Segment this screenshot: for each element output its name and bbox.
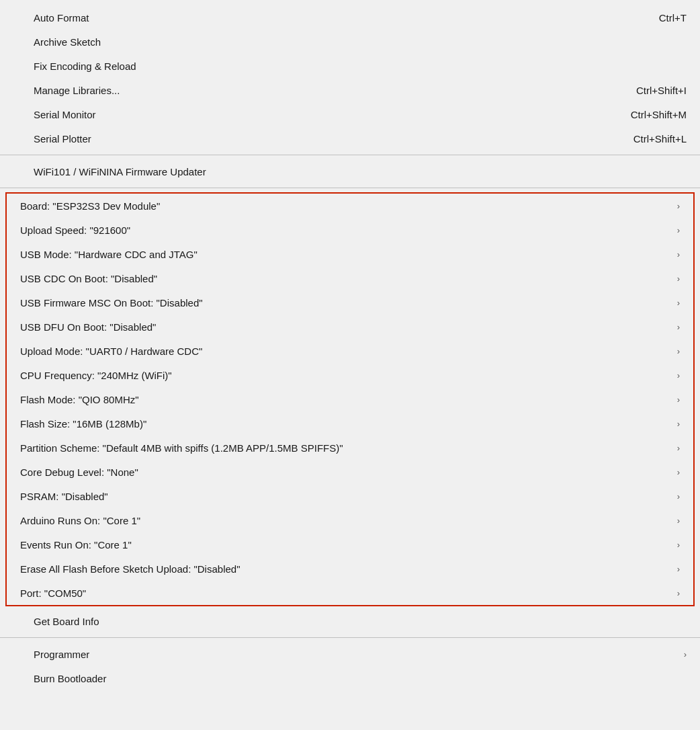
menu-item-arrow-arduino-runs-on: › (677, 516, 680, 526)
menu-item-label-erase-all-flash: Erase All Flash Before Sketch Upload: "D… (20, 563, 670, 575)
menu-item-label-wifi-firmware-updater: WiFi101 / WiFiNINA Firmware Updater (34, 166, 687, 177)
menu-item-arrow-port: › (677, 588, 680, 598)
menu-item-burn-bootloader[interactable]: Burn Bootloader (0, 666, 700, 690)
menu-item-label-usb-cdc-on-boot: USB CDC On Boot: "Disabled" (20, 273, 670, 284)
menu-item-shortcut-serial-plotter: Ctrl+Shift+L (633, 133, 687, 145)
menu-item-label-archive-sketch: Archive Sketch (34, 36, 687, 48)
menu-item-arrow-upload-speed: › (677, 225, 680, 235)
menu-item-label-usb-dfu-on-boot: USB DFU On Boot: "Disabled" (20, 321, 670, 333)
menu-item-get-board-info[interactable]: Get Board Info (0, 609, 700, 633)
menu-item-serial-monitor[interactable]: Serial MonitorCtrl+Shift+M (0, 102, 700, 126)
menu-item-upload-speed[interactable]: Upload Speed: "921600"› (7, 218, 693, 242)
menu-item-shortcut-manage-libraries: Ctrl+Shift+I (636, 85, 687, 96)
menu-item-arrow-events-run-on: › (677, 540, 680, 550)
menu-item-label-upload-speed: Upload Speed: "921600" (20, 225, 670, 236)
menu-item-events-run-on[interactable]: Events Run On: "Core 1"› (7, 532, 693, 557)
menu-item-archive-sketch[interactable]: Archive Sketch (0, 30, 700, 54)
menu-item-label-usb-firmware-msc-on-boot: USB Firmware MSC On Boot: "Disabled" (20, 297, 670, 309)
menu-item-label-board: Board: "ESP32S3 Dev Module" (20, 200, 670, 212)
menu-item-flash-mode[interactable]: Flash Mode: "QIO 80MHz"› (7, 387, 693, 411)
menu-item-core-debug-level[interactable]: Core Debug Level: "None"› (7, 460, 693, 484)
menu-item-label-events-run-on: Events Run On: "Core 1" (20, 539, 670, 551)
menu-item-erase-all-flash[interactable]: Erase All Flash Before Sketch Upload: "D… (7, 557, 693, 581)
divider-2 (0, 188, 700, 188)
menu-item-label-partition-scheme: Partition Scheme: "Default 4MB with spif… (20, 442, 670, 454)
menu-item-arrow-core-debug-level: › (677, 467, 680, 477)
menu-item-serial-plotter[interactable]: Serial PlotterCtrl+Shift+L (0, 126, 700, 151)
menu-item-label-arduino-runs-on: Arduino Runs On: "Core 1" (20, 515, 670, 526)
menu-item-board[interactable]: Board: "ESP32S3 Dev Module"› (7, 194, 693, 218)
menu-item-arrow-flash-size: › (677, 419, 680, 429)
menu-item-label-programmer: Programmer (34, 649, 677, 660)
menu-item-wifi-firmware-updater[interactable]: WiFi101 / WiFiNINA Firmware Updater (0, 159, 700, 184)
menu-item-psram[interactable]: PSRAM: "Disabled"› (7, 484, 693, 508)
menu-item-label-psram: PSRAM: "Disabled" (20, 491, 670, 502)
menu-item-label-get-board-info: Get Board Info (34, 616, 687, 627)
menu-item-arrow-partition-scheme: › (677, 443, 680, 453)
menu-item-manage-libraries[interactable]: Manage Libraries...Ctrl+Shift+I (0, 78, 700, 102)
menu-item-arrow-usb-mode: › (677, 249, 680, 259)
menu-item-flash-size[interactable]: Flash Size: "16MB (128Mb)"› (7, 411, 693, 436)
menu-item-label-upload-mode: Upload Mode: "UART0 / Hardware CDC" (20, 346, 670, 357)
menu-item-arrow-upload-mode: › (677, 346, 680, 356)
menu-item-label-flash-size: Flash Size: "16MB (128Mb)" (20, 418, 670, 430)
menu-item-arrow-cpu-frequency: › (677, 370, 680, 380)
menu-item-port[interactable]: Port: "COM50"› (7, 581, 693, 605)
menu-item-label-core-debug-level: Core Debug Level: "None" (20, 467, 670, 478)
menu-container: Auto FormatCtrl+TArchive SketchFix Encod… (0, 0, 700, 730)
menu-item-label-cpu-frequency: CPU Frequency: "240MHz (WiFi)" (20, 370, 670, 381)
menu-item-label-serial-plotter: Serial Plotter (34, 133, 607, 145)
menu-item-label-usb-mode: USB Mode: "Hardware CDC and JTAG" (20, 249, 670, 260)
menu-item-usb-firmware-msc-on-boot[interactable]: USB Firmware MSC On Boot: "Disabled"› (7, 290, 693, 315)
menu-item-cpu-frequency[interactable]: CPU Frequency: "240MHz (WiFi)"› (7, 363, 693, 387)
menu-item-arrow-flash-mode: › (677, 395, 680, 405)
menu-item-arrow-psram: › (677, 491, 680, 501)
menu-item-shortcut-auto-format: Ctrl+T (659, 12, 687, 24)
menu-item-arrow-programmer: › (684, 649, 687, 659)
menu-item-label-fix-encoding-reload: Fix Encoding & Reload (34, 60, 687, 72)
menu-item-upload-mode[interactable]: Upload Mode: "UART0 / Hardware CDC"› (7, 339, 693, 363)
divider-1 (0, 155, 700, 155)
board-menu-items: Board: "ESP32S3 Dev Module"›Upload Speed… (7, 194, 693, 605)
menu-item-label-manage-libraries: Manage Libraries... (34, 85, 609, 96)
bottom-menu-items: Get Board Info (0, 609, 700, 633)
menu-item-programmer[interactable]: Programmer› (0, 642, 700, 666)
board-section: Board: "ESP32S3 Dev Module"›Upload Speed… (5, 192, 695, 606)
menu-item-fix-encoding-reload[interactable]: Fix Encoding & Reload (0, 54, 700, 78)
menu-item-label-port: Port: "COM50" (20, 587, 670, 599)
wifi-menu-items: WiFi101 / WiFiNINA Firmware Updater (0, 159, 700, 184)
top-menu-items: Auto FormatCtrl+TArchive SketchFix Encod… (0, 5, 700, 151)
menu-item-label-serial-monitor: Serial Monitor (34, 109, 604, 120)
menu-item-shortcut-serial-monitor: Ctrl+Shift+M (631, 109, 687, 120)
menu-item-label-flash-mode: Flash Mode: "QIO 80MHz" (20, 394, 670, 405)
menu-item-label-burn-bootloader: Burn Bootloader (34, 673, 687, 684)
menu-item-arrow-usb-dfu-on-boot: › (677, 322, 680, 332)
divider-3 (0, 637, 700, 638)
menu-item-auto-format[interactable]: Auto FormatCtrl+T (0, 5, 700, 30)
menu-item-arrow-usb-cdc-on-boot: › (677, 274, 680, 284)
menu-item-usb-mode[interactable]: USB Mode: "Hardware CDC and JTAG"› (7, 242, 693, 266)
menu-item-usb-dfu-on-boot[interactable]: USB DFU On Boot: "Disabled"› (7, 315, 693, 339)
menu-item-usb-cdc-on-boot[interactable]: USB CDC On Boot: "Disabled"› (7, 266, 693, 290)
menu-item-label-auto-format: Auto Format (34, 12, 632, 24)
menu-item-arduino-runs-on[interactable]: Arduino Runs On: "Core 1"› (7, 508, 693, 532)
menu-item-arrow-erase-all-flash: › (677, 564, 680, 574)
menu-item-arrow-usb-firmware-msc-on-boot: › (677, 298, 680, 308)
menu-item-arrow-board: › (677, 201, 680, 211)
footer-menu-items: Programmer›Burn Bootloader (0, 642, 700, 690)
menu-item-partition-scheme[interactable]: Partition Scheme: "Default 4MB with spif… (7, 436, 693, 460)
